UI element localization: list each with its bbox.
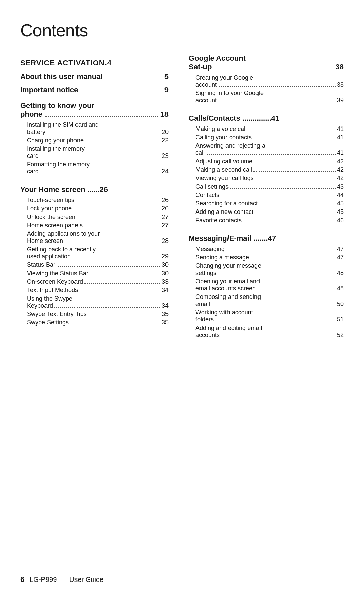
right-column: Google Account Set-up 38 Creating your G… — [182, 54, 344, 340]
toc-sub-call-logs-label: Viewing your call logs — [195, 175, 254, 182]
toc-sub-swype-settings-label: Swype Settings — [27, 319, 69, 326]
toc-sub-call-volume-page: 42 — [337, 158, 344, 165]
toc-sub-call-volume: Adjusting call volume 42 — [189, 158, 344, 165]
toc-sub-swype-kb-line1: Using the Swype — [27, 295, 169, 302]
toc-label-messaging: Messaging/E-mail ....... — [189, 234, 268, 243]
toc-sub-answering-page: 41 — [337, 149, 344, 157]
toc-sub-swype-settings: Swype Settings 35 — [20, 319, 169, 326]
toc-sub-messaging-label: Messaging — [195, 246, 225, 253]
toc-sub-add-contact-label: Adding a new contact — [195, 208, 253, 216]
toc-sub-keyboard: On-screen Keyboard 33 — [20, 278, 169, 285]
footer-brand: LG-P999 — [30, 576, 57, 584]
toc-sub-second-call-page: 42 — [337, 166, 344, 173]
toc-sub-sign-in-page: 39 — [337, 97, 344, 104]
toc-sub-send-message-page: 47 — [337, 254, 344, 261]
toc-sub-sim-card-line1: Installing the SIM card and — [27, 121, 169, 129]
toc-sub-create-google-line2: account — [195, 81, 217, 88]
toc-sub-account-folders-line1: Working with account — [195, 309, 344, 316]
toc-label-service-activation: SERVICE ACTIVATION. — [20, 59, 107, 67]
toc-sub-edit-email: Adding and editing email accounts 52 — [189, 324, 344, 339]
toc-page-home-screen: 26 — [100, 185, 108, 194]
toc-sub-memory-page: 23 — [162, 152, 169, 160]
toc-sub-answering-line1: Answering and rejecting a — [195, 142, 344, 149]
toc-sub-call-volume-label: Adjusting call volume — [195, 158, 252, 165]
toc-entry-home-screen: Your Home screen ...... 26 — [20, 185, 169, 194]
toc-sub-recent-line1: Getting back to a recently — [27, 246, 169, 253]
toc-sub-call-settings: Call settings 43 — [189, 183, 344, 190]
toc-page-calls-contacts: 41 — [271, 114, 279, 123]
toc-sub-unlock: Unlock the screen 27 — [20, 214, 169, 221]
toc-sub-viewing-status: Viewing the Status Bar 30 — [20, 270, 169, 277]
toc-sub-open-email-line1: Opening your email and — [195, 278, 344, 285]
toc-sub-add-apps: Adding applications to your Home screen … — [20, 230, 169, 245]
toc-label-about-manual: About this user manual — [20, 72, 102, 81]
toc-sub-message-settings-page: 48 — [337, 270, 344, 277]
toc-sub-status-bar: Status Bar 30 — [20, 261, 169, 268]
toc-entry-getting-to-know: Getting to know your phone 18 — [20, 101, 169, 119]
toc-sub-create-google: Creating your Google account 38 — [189, 74, 344, 88]
toc-sub-formatting: Formatting the memory card 24 — [20, 161, 169, 175]
toc-sub-edit-email-line2: accounts — [195, 332, 220, 339]
toc-sub-add-apps-line1: Adding applications to your — [27, 230, 169, 237]
toc-sub-favorite-contacts: Favorite contacts 46 — [189, 217, 344, 224]
toc-sub-add-apps-line2: Home screen — [27, 237, 63, 245]
toc-sub-message-settings-line1: Changing your message — [195, 262, 344, 270]
toc-entry-service-activation: SERVICE ACTIVATION. 4 — [20, 59, 169, 67]
toc-label-calls-contacts: Calls/Contacts .............. — [189, 114, 271, 123]
toc-sub-recent-app: Getting back to a recently used applicat… — [20, 246, 169, 260]
toc-sub-touch-page: 26 — [162, 197, 169, 204]
toc-sub-voice-call-page: 41 — [337, 125, 344, 133]
toc-sub-keyboard-label: On-screen Keyboard — [27, 278, 83, 285]
footer-page-number: 6 — [20, 575, 24, 584]
toc-sub-formatting-line2: card — [27, 168, 39, 175]
toc-sub-charging-label: Charging your phone — [27, 137, 84, 144]
toc-sub-answering: Answering and rejecting a call 41 — [189, 142, 344, 157]
toc-sub-sign-in-line1: Signing in to your Google — [195, 90, 344, 97]
toc-sub-viewing-status-label: Viewing the Status Bar — [27, 270, 88, 277]
toc-sub-compose-email-page: 50 — [337, 301, 344, 308]
toc-sub-open-email: Opening your email and email accounts sc… — [189, 278, 344, 292]
toc-sub-open-email-page: 48 — [337, 285, 344, 292]
toc-sub-compose-email-line2: email — [195, 301, 210, 308]
toc-sub-create-google-page: 38 — [337, 81, 344, 88]
toc-sub-status-bar-page: 30 — [162, 261, 169, 268]
toc-entry-about-manual: About this user manual 5 — [20, 72, 169, 81]
toc-sub-status-bar-label: Status Bar — [27, 261, 55, 268]
toc-label-google-line1: Google Account — [189, 54, 246, 62]
footer: 6 LG-P999 | User Guide — [20, 575, 103, 584]
toc-sub-unlock-page: 27 — [162, 214, 169, 221]
toc-label-home-screen: Your Home screen ...... — [20, 185, 100, 194]
toc-sub-account-folders-page: 51 — [337, 316, 344, 323]
toc-sub-search-contact-page: 45 — [337, 200, 344, 207]
toc-sub-text-input-page: 34 — [162, 287, 169, 294]
toc-sub-add-apps-page: 28 — [162, 237, 169, 245]
toc-sub-memory-line2: card — [27, 152, 39, 160]
toc-sub-recent-line2: used application — [27, 253, 71, 260]
toc-sub-message-settings-line2: settings — [195, 270, 216, 277]
toc-sub-compose-email-line1: Composing and sending — [195, 293, 344, 301]
toc-sub-messaging: Messaging 47 — [189, 246, 344, 253]
toc-sub-unlock-label: Unlock the screen — [27, 214, 75, 221]
toc-sub-lock-phone: Lock your phone 26 — [20, 205, 169, 212]
toc-sub-contacts: Contacts 44 — [189, 192, 344, 199]
toc-sub-answering-line2: call — [195, 149, 205, 157]
toc-label-google-line2: Set-up — [189, 63, 212, 72]
toc-sub-favorite-contacts-label: Favorite contacts — [195, 217, 242, 224]
toc-sub-text-input: Text Input Methods 34 — [20, 287, 169, 294]
toc-sub-create-google-line1: Creating your Google — [195, 74, 344, 81]
toc-sub-calling-contacts: Calling your contacts 41 — [189, 134, 344, 141]
toc-sub-home-panels-page: 27 — [162, 222, 169, 229]
toc-sub-sim-card: Installing the SIM card and battery 20 — [20, 121, 169, 136]
toc-sub-account-folders: Working with account folders 51 — [189, 309, 344, 323]
toc-sub-charging-page: 22 — [162, 137, 169, 144]
footer-separator: | — [62, 575, 64, 584]
toc-sub-call-logs: Viewing your call logs 42 — [189, 175, 344, 182]
toc-sub-swype-kb-page: 34 — [162, 302, 169, 309]
toc-sub-second-call: Making a second call 42 — [189, 166, 344, 173]
toc-sub-message-settings: Changing your message settings 48 — [189, 262, 344, 277]
toc-sub-voice-call: Making a voice call 41 — [189, 125, 344, 133]
toc-sub-memory-line1: Installing the memory — [27, 145, 169, 152]
toc-sub-sim-card-page: 20 — [162, 129, 169, 136]
toc-entry-calls-contacts: Calls/Contacts .............. 41 — [189, 114, 344, 123]
toc-sub-second-call-label: Making a second call — [195, 166, 252, 173]
